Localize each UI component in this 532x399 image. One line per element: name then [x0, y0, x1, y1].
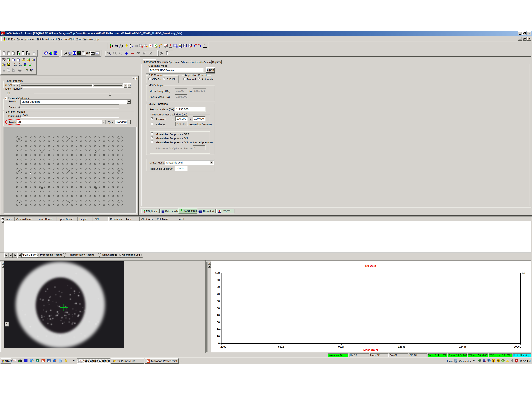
svg-text:1: 1 [45, 52, 47, 55]
svg-text:X: X [36, 359, 38, 362]
svg-text:1: 1 [121, 51, 122, 53]
svg-text:!: ! [493, 360, 494, 362]
svg-text:?: ? [26, 68, 28, 72]
svg-text:e: e [31, 360, 32, 362]
svg-text:?: ? [185, 46, 187, 48]
svg-text:?: ? [32, 68, 33, 71]
svg-text:▐▌: ▐▌ [24, 65, 26, 66]
svg-text:P: P [148, 360, 149, 362]
svg-text:W: W [48, 359, 51, 362]
svg-text:x: x [204, 44, 205, 46]
